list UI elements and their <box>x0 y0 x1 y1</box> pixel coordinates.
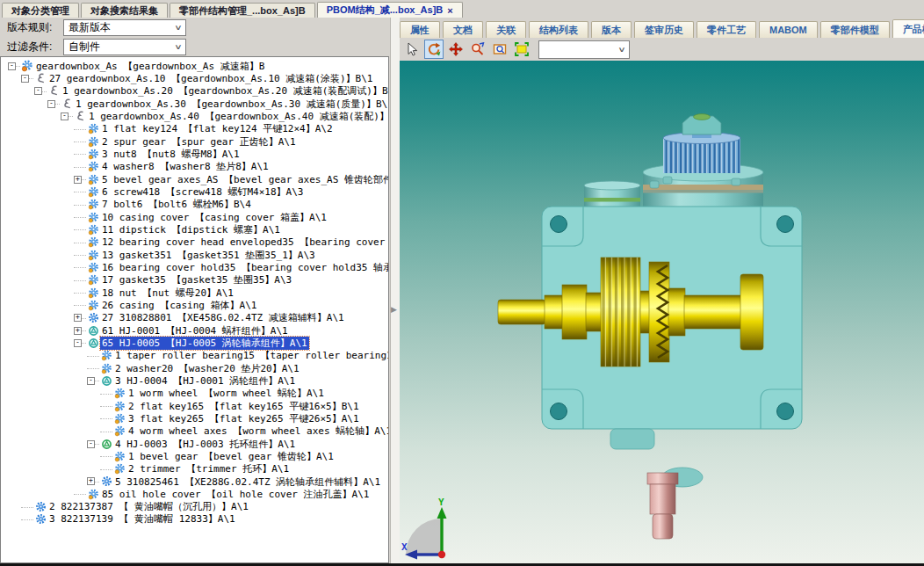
tree-row[interactable]: 1 flat key124 【flat key124 平键12×4】A\2 <box>1 123 388 135</box>
structure-tree[interactable]: -geardownbox_As 【geardownbox_As 减速箱】B-27… <box>0 56 389 563</box>
tree-row[interactable]: -65 HJ-0005 【HJ-0005 涡轮轴承组件】A\1 <box>1 337 388 349</box>
tree-item-label[interactable]: 85 oil hole cover 【oil hole cover 注油孔盖】A… <box>100 488 371 501</box>
tree-item-label[interactable]: 3 822137139 【 黄油嘴帽 12833】A\1 <box>47 512 237 526</box>
tree-row[interactable]: 11 dipstick 【dipstick 螺塞】A\1 <box>1 223 388 236</box>
expand-box-icon[interactable]: + <box>74 327 82 335</box>
tree-row[interactable]: -1 geardownbox_As.20 【geardownbox_As.20 … <box>1 85 388 98</box>
3d-viewport[interactable]: Y X <box>400 61 924 563</box>
tree-item-label[interactable]: 1 worm wheel 【worm wheel 蜗轮】A\1 <box>126 387 326 400</box>
tree-item-label[interactable]: 18 nut 【nut 螺母20】A\1 <box>100 287 235 300</box>
tree-row[interactable]: 3 nut8 【nut8 螺母M8】A\1 <box>1 148 388 160</box>
collapse-box-icon[interactable]: - <box>87 440 95 448</box>
tree-item-label[interactable]: 3 nut8 【nut8 螺母M8】A\1 <box>100 148 242 161</box>
tree-row[interactable]: 16 bearing cover hold35 【bearing cover h… <box>1 261 388 273</box>
tree-item-label-selected[interactable]: 65 HJ-0005 【HJ-0005 涡轮轴承组件】A\1 <box>100 337 309 350</box>
tree-item-label[interactable]: 1 flat key124 【flat key124 平键12×4】A\2 <box>100 122 335 135</box>
tree-row[interactable]: 4 washer8 【washer8 垫片8】A\1 <box>1 161 388 173</box>
tree-row[interactable]: -1 geardownbox_As.30 【geardownbox_As.30 … <box>1 98 388 110</box>
tree-row[interactable]: 1 bevel gear 【bevel gear 锥齿轮】A\1 <box>1 450 388 462</box>
expand-box-icon[interactable]: + <box>87 477 95 485</box>
tree-item-label[interactable]: 2 flat key165 【flat key165 平键16×5】B\1 <box>126 400 361 413</box>
tree-row[interactable]: -3 HJ-0004 【HJ-0001 涡轮组件】A\1 <box>1 374 388 387</box>
tree-item-label[interactable]: 61 HJ-0001 【HJ-0004 蜗杆组件】A\1 <box>100 324 290 337</box>
collapse-box-icon[interactable]: - <box>34 87 42 95</box>
document-tab[interactable]: PBOM结构_减...box_As]B× <box>317 2 463 18</box>
rotate-button[interactable] <box>424 40 444 59</box>
tree-row[interactable]: +61 HJ-0001 【HJ-0004 蜗杆组件】A\1 <box>1 324 388 337</box>
tree-row[interactable]: 1 taper roller bearing15 【taper roller b… <box>1 350 388 362</box>
tree-row[interactable]: 1 worm wheel 【worm wheel 蜗轮】A\1 <box>1 388 388 400</box>
detail-tab[interactable]: 产品模型 <box>892 19 924 38</box>
tree-row[interactable]: -geardownbox_As 【geardownbox_As 减速箱】B <box>1 60 388 72</box>
tree-row[interactable]: -4 HJ-0003 【HJ-0003 托环组件】A\1 <box>1 438 388 450</box>
tree-item-label[interactable]: 1 geardownbox_As.30 【geardownbox_As.30 减… <box>74 98 389 111</box>
gearbox-3d-render[interactable]: Y X <box>400 61 924 563</box>
tree-item-label[interactable]: 10 casing cover 【casing cover 箱盖】A\1 <box>100 211 328 224</box>
tree-item-label[interactable]: 2 washer20 【washer20 垫片20】A\1 <box>113 362 301 375</box>
pan-button[interactable] <box>446 40 466 59</box>
detail-tab[interactable]: MABOM <box>759 21 818 38</box>
tree-item-label[interactable]: 4 worm wheel axes 【worm wheel axes 蜗轮轴】A… <box>126 424 389 438</box>
tree-row[interactable]: 18 nut 【nut 螺母20】A\1 <box>1 287 388 299</box>
tree-item-label[interactable]: 3 HJ-0004 【HJ-0001 涡轮组件】A\1 <box>113 374 297 388</box>
tree-row[interactable]: 7 bolt6 【bolt6 螺栓M6】B\4 <box>1 199 388 211</box>
tree-row[interactable]: +27 310828801 【XE458G.02.4TZ 减速箱辅料】A\1 <box>1 312 388 324</box>
tree-row[interactable]: 12 bearing cover head enveloped35 【beari… <box>1 236 388 249</box>
tree-item-label[interactable]: 2 spur gear 【spur gear 正齿轮】A\1 <box>100 135 298 149</box>
tree-item-label[interactable]: 13 gasket351 【gasket351 垫圈35_1】A\3 <box>100 249 317 262</box>
collapse-box-icon[interactable]: - <box>21 75 29 83</box>
collapse-box-icon[interactable]: - <box>61 112 69 120</box>
close-tab-icon[interactable]: × <box>447 6 452 15</box>
detail-tab[interactable]: 版本 <box>591 21 632 38</box>
tree-row[interactable]: 2 washer20 【washer20 垫片20】A\1 <box>1 362 388 374</box>
tree-item-label[interactable]: 6 screw418 【screw418 螺钉M4×18】A\3 <box>100 185 305 199</box>
tree-item-label[interactable]: 4 washer8 【washer8 垫片8】A\1 <box>100 160 271 173</box>
tree-row[interactable]: -1 geardownbox_As.40 【geardownbox_As.40 … <box>1 110 388 122</box>
tree-item-label[interactable]: 4 HJ-0003 【HJ-0003 托环组件】A\1 <box>113 438 297 451</box>
zoom-window-button[interactable] <box>490 40 509 59</box>
detail-tab[interactable]: 签审历史 <box>634 21 694 38</box>
tree-item-label[interactable]: 27 geardownbox_As.10 【geardownbox_As.10 … <box>47 72 374 85</box>
tree-row[interactable]: 2 flat key165 【flat key165 平键16×5】B\1 <box>1 400 388 412</box>
detail-tab[interactable]: 零部件模型 <box>820 21 890 38</box>
document-tab[interactable]: 对象搜索结果集 <box>81 3 168 18</box>
tree-row[interactable]: 3 flat key265 【flat key265 平键26×5】A\1 <box>1 412 388 424</box>
splitter-collapse-icon[interactable]: ▶ <box>391 306 397 314</box>
tree-row[interactable]: 10 casing cover 【casing cover 箱盖】A\1 <box>1 211 388 223</box>
tree-row[interactable]: 3 822137139 【 黄油嘴帽 12833】A\1 <box>1 513 388 526</box>
tree-item-label[interactable]: 5 bevel gear axes_AS 【bevel gear axes_AS… <box>100 173 389 186</box>
tree-item-label[interactable]: 1 taper roller bearing15 【taper roller b… <box>113 349 389 362</box>
tree-item-label[interactable]: 3 flat key265 【flat key265 平键26×5】A\1 <box>126 412 361 425</box>
view-preset-select[interactable]: ∨ <box>538 40 630 59</box>
tree-row[interactable]: +5 bevel gear axes_AS 【bevel gear axes_A… <box>1 173 388 185</box>
tree-item-label[interactable]: 11 dipstick 【dipstick 螺塞】A\1 <box>100 223 282 236</box>
tree-item-label[interactable]: 16 bearing cover hold35 【bearing cover h… <box>100 261 389 274</box>
tree-row[interactable]: 2 trimmer 【trimmer 托环】A\1 <box>1 463 388 475</box>
tree-item-label[interactable]: 2 trimmer 【trimmer 托环】A\1 <box>126 462 291 475</box>
zoom-fit-button[interactable] <box>512 40 531 59</box>
detail-tab[interactable]: 关联 <box>486 21 526 38</box>
zoom-dynamic-button[interactable] <box>468 40 487 59</box>
tree-row[interactable]: -27 geardownbox_As.10 【geardownbox_As.10… <box>1 72 388 84</box>
document-tab[interactable]: 对象分类管理 <box>2 3 79 18</box>
tree-item-label[interactable]: 2 822137387 【 黄油嘴帽（沉孔用）】A\1 <box>47 500 250 513</box>
select-cursor-button[interactable] <box>402 40 422 59</box>
tree-item-label[interactable]: 12 bearing cover head enveloped35 【beari… <box>100 236 389 249</box>
panel-splitter[interactable]: ▶ <box>390 18 400 563</box>
expand-box-icon[interactable]: + <box>74 176 82 184</box>
tree-row[interactable]: 26 casing 【casing 箱体】A\1 <box>1 299 388 311</box>
tree-row[interactable]: 4 worm wheel axes 【worm wheel axes 蜗轮轴】A… <box>1 425 388 438</box>
version-rule-select[interactable]: 最新版本 ∨ <box>63 19 186 36</box>
tree-item-label[interactable]: 27 310828801 【XE458G.02.4TZ 减速箱辅料】A\1 <box>100 311 346 324</box>
detail-tab[interactable]: 零件工艺 <box>697 21 756 38</box>
filter-condition-select[interactable]: 自制件 ∨ <box>63 39 186 55</box>
detail-tab[interactable]: 文档 <box>443 21 483 38</box>
collapse-box-icon[interactable]: - <box>8 62 16 70</box>
collapse-box-icon[interactable]: - <box>47 100 55 108</box>
tree-row[interactable]: 13 gasket351 【gasket351 垫圈35_1】A\3 <box>1 249 388 261</box>
tree-row[interactable]: 2 spur gear 【spur gear 正齿轮】A\1 <box>1 135 388 148</box>
detail-tab[interactable]: 属性 <box>400 21 440 38</box>
expand-box-icon[interactable]: + <box>74 314 82 322</box>
tree-item-label[interactable]: 7 bolt6 【bolt6 螺栓M6】B\4 <box>100 198 253 211</box>
detail-tab[interactable]: 结构列表 <box>529 21 588 38</box>
